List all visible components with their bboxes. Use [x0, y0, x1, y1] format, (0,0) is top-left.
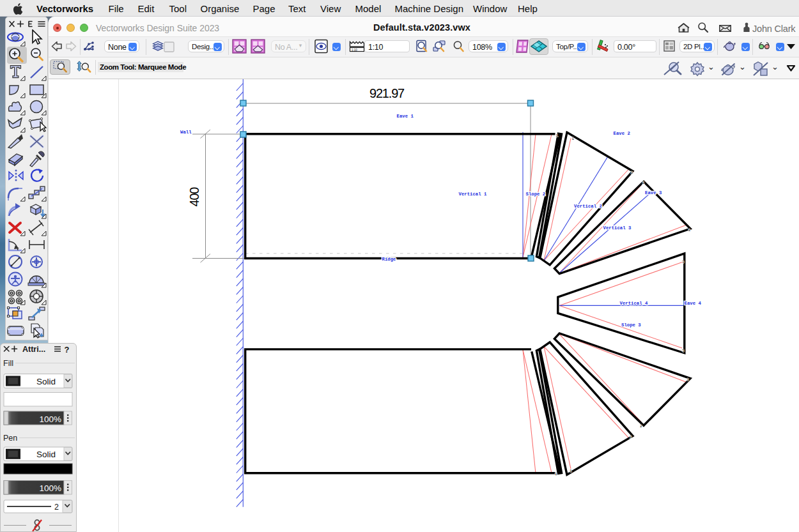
- svg-text:3: 3: [688, 228, 691, 232]
- svg-text:2: 2: [630, 435, 632, 439]
- svg-text:100%: 100%: [39, 483, 61, 493]
- svg-text:Slope 2: Slope 2: [526, 192, 546, 197]
- svg-text:Eave 2: Eave 2: [614, 131, 630, 136]
- svg-text:2: 2: [642, 181, 645, 185]
- svg-text:?: ?: [65, 345, 70, 354]
- svg-text:2: 2: [640, 424, 642, 429]
- svg-text:Fill: Fill: [3, 359, 13, 368]
- svg-text:Eave 4: Eave 4: [685, 301, 702, 306]
- svg-text:1: 1: [556, 133, 559, 138]
- svg-text:3: 3: [687, 377, 689, 382]
- svg-text:Solid: Solid: [36, 377, 56, 386]
- svg-text:400: 400: [187, 187, 201, 207]
- svg-text:Vertical 4: Vertical 4: [620, 301, 648, 306]
- svg-text:Eave 3: Eave 3: [645, 190, 662, 195]
- svg-text:Attri...: Attri...: [22, 345, 45, 354]
- svg-text:Vertical 3: Vertical 3: [603, 225, 632, 231]
- svg-text:1: 1: [570, 469, 572, 473]
- svg-text:Eave 1: Eave 1: [397, 114, 414, 119]
- svg-text:100%: 100%: [39, 414, 61, 424]
- svg-text:3: 3: [682, 260, 685, 264]
- svg-text:Vertical 2: Vertical 2: [574, 204, 602, 209]
- svg-text:921.97: 921.97: [369, 86, 405, 100]
- svg-text:Ridge: Ridge: [382, 257, 397, 262]
- svg-text:Solid: Solid: [36, 450, 56, 459]
- svg-text:2: 2: [631, 171, 633, 175]
- svg-text:Slope 3: Slope 3: [621, 323, 641, 328]
- svg-text:Vertical 1: Vertical 1: [459, 192, 487, 197]
- svg-text:1:10: 1:10: [352, 49, 357, 52]
- svg-text:1: 1: [555, 472, 557, 476]
- svg-text:3: 3: [682, 349, 685, 353]
- svg-text:2: 2: [54, 503, 59, 512]
- svg-text:Wall: Wall: [180, 130, 192, 135]
- svg-text:1: 1: [572, 137, 575, 141]
- svg-text:Pen: Pen: [3, 434, 17, 443]
